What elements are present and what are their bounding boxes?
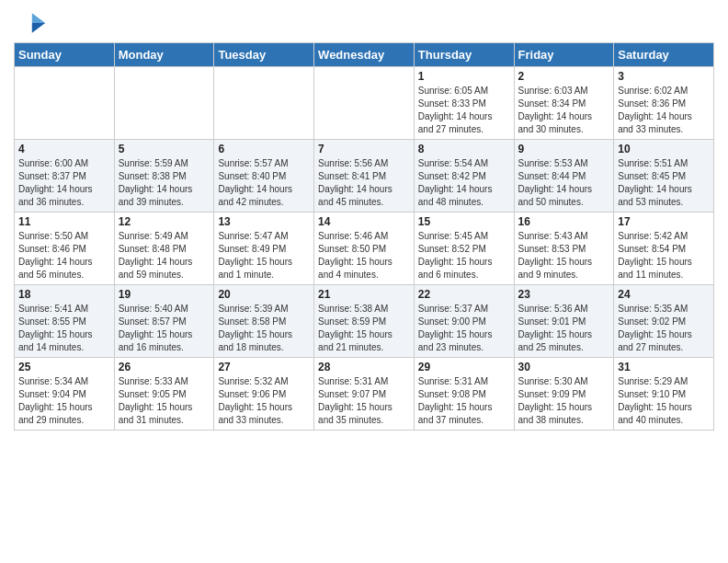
day-info: Sunrise: 5:49 AM Sunset: 8:48 PM Dayligh… [119,230,210,282]
svg-marker-0 [32,13,45,23]
calendar-cell: 17Sunrise: 5:42 AM Sunset: 8:54 PM Dayli… [614,213,714,285]
week-row-4: 18Sunrise: 5:41 AM Sunset: 8:55 PM Dayli… [15,285,714,358]
calendar-cell: 15Sunrise: 5:45 AM Sunset: 8:52 PM Dayli… [414,213,514,285]
day-number: 18 [18,288,110,301]
day-number: 5 [119,143,210,155]
day-number: 6 [218,143,310,155]
day-number: 22 [418,288,510,301]
weekday-saturday: Saturday [614,43,714,67]
calendar-cell: 6Sunrise: 5:57 AM Sunset: 8:40 PM Daylig… [214,140,314,213]
calendar-cell [214,67,314,140]
day-number: 3 [618,70,710,83]
day-number: 23 [518,288,610,301]
day-number: 26 [119,361,210,373]
weekday-wednesday: Wednesday [314,43,415,67]
calendar-cell: 22Sunrise: 5:37 AM Sunset: 9:00 PM Dayli… [414,285,514,358]
calendar-cell: 13Sunrise: 5:47 AM Sunset: 8:49 PM Dayli… [214,213,314,285]
day-number: 2 [518,70,610,83]
day-info: Sunrise: 5:34 AM Sunset: 9:04 PM Dayligh… [18,375,110,427]
calendar-cell: 14Sunrise: 5:46 AM Sunset: 8:50 PM Dayli… [314,213,415,285]
calendar-cell: 31Sunrise: 5:29 AM Sunset: 9:10 PM Dayli… [614,358,714,431]
day-number: 16 [518,215,610,228]
calendar-cell [15,67,115,140]
day-number: 11 [18,215,110,228]
header [14,9,714,37]
day-number: 12 [119,215,210,228]
day-number: 15 [418,215,510,228]
week-row-5: 25Sunrise: 5:34 AM Sunset: 9:04 PM Dayli… [15,358,714,431]
day-info: Sunrise: 5:31 AM Sunset: 9:08 PM Dayligh… [418,375,510,427]
day-info: Sunrise: 5:47 AM Sunset: 8:49 PM Dayligh… [218,230,310,282]
calendar-cell [114,67,214,140]
day-info: Sunrise: 5:37 AM Sunset: 9:00 PM Dayligh… [418,303,510,354]
day-info: Sunrise: 5:45 AM Sunset: 8:52 PM Dayligh… [418,230,510,282]
calendar-cell: 3Sunrise: 6:02 AM Sunset: 8:36 PM Daylig… [614,67,714,140]
calendar-cell: 8Sunrise: 5:54 AM Sunset: 8:42 PM Daylig… [414,140,514,213]
calendar-cell: 20Sunrise: 5:39 AM Sunset: 8:58 PM Dayli… [214,285,314,358]
day-info: Sunrise: 5:39 AM Sunset: 8:58 PM Dayligh… [218,303,310,354]
calendar-cell: 18Sunrise: 5:41 AM Sunset: 8:55 PM Dayli… [15,285,115,358]
day-info: Sunrise: 5:50 AM Sunset: 8:46 PM Dayligh… [18,230,110,282]
day-number: 27 [218,361,310,373]
day-info: Sunrise: 6:00 AM Sunset: 8:37 PM Dayligh… [18,157,110,209]
weekday-monday: Monday [114,43,214,67]
day-info: Sunrise: 6:02 AM Sunset: 8:36 PM Dayligh… [618,85,710,136]
day-number: 21 [318,288,410,301]
calendar-cell: 16Sunrise: 5:43 AM Sunset: 8:53 PM Dayli… [514,213,614,285]
calendar-cell: 4Sunrise: 6:00 AM Sunset: 8:37 PM Daylig… [15,140,115,213]
day-info: Sunrise: 6:03 AM Sunset: 8:34 PM Dayligh… [518,85,610,136]
calendar-cell: 9Sunrise: 5:53 AM Sunset: 8:44 PM Daylig… [514,140,614,213]
calendar-cell: 12Sunrise: 5:49 AM Sunset: 8:48 PM Dayli… [114,213,214,285]
day-info: Sunrise: 5:56 AM Sunset: 8:41 PM Dayligh… [318,157,410,209]
calendar-cell: 7Sunrise: 5:56 AM Sunset: 8:41 PM Daylig… [314,140,415,213]
day-number: 9 [518,143,610,155]
calendar-cell: 29Sunrise: 5:31 AM Sunset: 9:08 PM Dayli… [414,358,514,431]
calendar-cell: 5Sunrise: 5:59 AM Sunset: 8:38 PM Daylig… [114,140,214,213]
day-info: Sunrise: 5:57 AM Sunset: 8:40 PM Dayligh… [218,157,310,209]
day-number: 7 [318,143,410,155]
day-info: Sunrise: 5:31 AM Sunset: 9:07 PM Dayligh… [318,375,410,427]
calendar-cell: 23Sunrise: 5:36 AM Sunset: 9:01 PM Dayli… [514,285,614,358]
day-number: 30 [518,361,610,373]
day-info: Sunrise: 5:36 AM Sunset: 9:01 PM Dayligh… [518,303,610,354]
day-info: Sunrise: 5:42 AM Sunset: 8:54 PM Dayligh… [618,230,710,282]
day-info: Sunrise: 6:05 AM Sunset: 8:33 PM Dayligh… [418,85,510,136]
day-number: 29 [418,361,510,373]
day-info: Sunrise: 5:51 AM Sunset: 8:45 PM Dayligh… [618,157,710,209]
day-number: 20 [218,288,310,301]
logo [14,9,51,37]
calendar: SundayMondayTuesdayWednesdayThursdayFrid… [14,42,714,431]
weekday-header-row: SundayMondayTuesdayWednesdayThursdayFrid… [15,43,714,67]
calendar-cell: 30Sunrise: 5:30 AM Sunset: 9:09 PM Dayli… [514,358,614,431]
day-number: 19 [119,288,210,301]
day-number: 31 [618,361,710,373]
day-number: 4 [18,143,110,155]
week-row-2: 4Sunrise: 6:00 AM Sunset: 8:37 PM Daylig… [15,140,714,213]
day-info: Sunrise: 5:32 AM Sunset: 9:06 PM Dayligh… [218,375,310,427]
day-number: 24 [618,288,710,301]
day-info: Sunrise: 5:46 AM Sunset: 8:50 PM Dayligh… [318,230,410,282]
calendar-cell: 19Sunrise: 5:40 AM Sunset: 8:57 PM Dayli… [114,285,214,358]
svg-marker-1 [32,23,45,33]
day-number: 28 [318,361,410,373]
week-row-3: 11Sunrise: 5:50 AM Sunset: 8:46 PM Dayli… [15,213,714,285]
day-number: 10 [618,143,710,155]
calendar-cell: 24Sunrise: 5:35 AM Sunset: 9:02 PM Dayli… [614,285,714,358]
day-info: Sunrise: 5:35 AM Sunset: 9:02 PM Dayligh… [618,303,710,354]
calendar-cell: 1Sunrise: 6:05 AM Sunset: 8:33 PM Daylig… [414,67,514,140]
logo-icon [14,9,47,37]
weekday-thursday: Thursday [414,43,514,67]
day-info: Sunrise: 5:40 AM Sunset: 8:57 PM Dayligh… [119,303,210,354]
day-info: Sunrise: 5:53 AM Sunset: 8:44 PM Dayligh… [518,157,610,209]
day-info: Sunrise: 5:43 AM Sunset: 8:53 PM Dayligh… [518,230,610,282]
calendar-cell: 11Sunrise: 5:50 AM Sunset: 8:46 PM Dayli… [15,213,115,285]
day-number: 13 [218,215,310,228]
day-number: 14 [318,215,410,228]
calendar-cell: 25Sunrise: 5:34 AM Sunset: 9:04 PM Dayli… [15,358,115,431]
weekday-friday: Friday [514,43,614,67]
week-row-1: 1Sunrise: 6:05 AM Sunset: 8:33 PM Daylig… [15,67,714,140]
calendar-cell: 27Sunrise: 5:32 AM Sunset: 9:06 PM Dayli… [214,358,314,431]
day-number: 25 [18,361,110,373]
day-info: Sunrise: 5:29 AM Sunset: 9:10 PM Dayligh… [618,375,710,427]
page: SundayMondayTuesdayWednesdayThursdayFrid… [0,0,728,444]
